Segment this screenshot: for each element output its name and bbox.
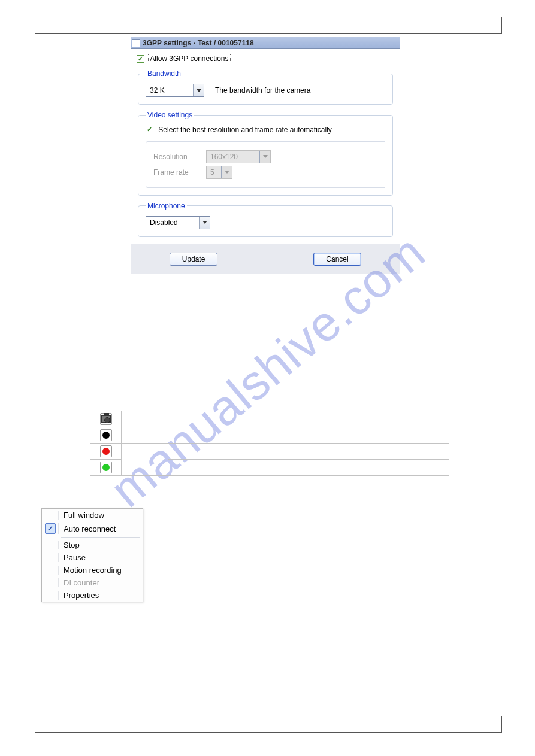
microphone-legend: Microphone bbox=[146, 202, 187, 210]
red-desc-cell bbox=[168, 444, 449, 460]
menu-item-full-window[interactable]: Full window bbox=[42, 509, 143, 521]
menu-item-pause[interactable]: Pause bbox=[42, 551, 143, 564]
menu-gutter: ✓ bbox=[42, 523, 59, 534]
microphone-fieldset: Microphone Disabled bbox=[138, 202, 393, 237]
camera-desc-cell bbox=[122, 411, 449, 427]
table-row bbox=[90, 411, 449, 427]
resolution-label: Resolution bbox=[153, 153, 195, 161]
table-row bbox=[90, 427, 449, 444]
mid-cell bbox=[122, 444, 168, 476]
bandwidth-fieldset: Bandwidth 32 K The bandwidth for the cam… bbox=[138, 69, 393, 105]
allow-3gpp-row[interactable]: Allow 3GPP connections bbox=[137, 54, 394, 63]
menu-item-stop[interactable]: Stop bbox=[42, 539, 143, 551]
menu-gutter bbox=[42, 511, 59, 520]
menu-item-di-counter: DI counter bbox=[42, 576, 143, 589]
allow-3gpp-label: Allow 3GPP connections bbox=[148, 54, 230, 63]
app-icon bbox=[132, 39, 140, 47]
green-desc-cell bbox=[168, 460, 449, 476]
video-settings-legend: Video settings bbox=[146, 111, 194, 119]
menu-separator bbox=[61, 537, 140, 538]
auto-resolution-label: Select the best resolution and frame rat… bbox=[157, 126, 333, 134]
page-footer-box bbox=[35, 716, 502, 733]
chevron-down-icon[interactable] bbox=[199, 217, 210, 229]
menu-label: DI counter bbox=[64, 578, 99, 587]
green-dot-cell bbox=[90, 460, 122, 476]
bandwidth-desc: The bandwidth for the camera bbox=[215, 86, 310, 95]
video-settings-fieldset: Video settings Select the best resolutio… bbox=[138, 111, 393, 196]
resolution-select: 160x120 bbox=[206, 150, 271, 163]
3gpp-settings-dialog: 3GPP settings - Test / 001057118 Allow 3… bbox=[131, 37, 400, 274]
black-dot-cell bbox=[90, 427, 122, 444]
red-dot-cell bbox=[90, 444, 122, 460]
chevron-down-icon bbox=[221, 166, 232, 178]
camera-icon-cell bbox=[90, 411, 122, 427]
menu-item-auto-reconnect[interactable]: ✓ Auto reconnect bbox=[42, 521, 143, 536]
record-red-icon bbox=[100, 445, 112, 457]
bandwidth-legend: Bandwidth bbox=[146, 69, 183, 78]
chevron-down-icon[interactable] bbox=[193, 84, 204, 96]
menu-label: Stop bbox=[64, 541, 80, 549]
menu-gutter bbox=[42, 566, 59, 575]
framerate-label: Frame rate bbox=[153, 168, 195, 177]
menu-label: Properties bbox=[64, 591, 99, 600]
context-menu[interactable]: Full window ✓ Auto reconnect Stop Pause … bbox=[41, 508, 143, 602]
bandwidth-select[interactable]: 32 K bbox=[146, 84, 204, 97]
black-desc-cell bbox=[122, 427, 449, 444]
menu-gutter bbox=[42, 578, 59, 587]
menu-label: Pause bbox=[64, 553, 86, 562]
menu-item-motion-recording[interactable]: Motion recording bbox=[42, 564, 143, 576]
menu-gutter bbox=[42, 541, 59, 549]
camera-icon bbox=[100, 413, 112, 425]
record-black-icon bbox=[100, 429, 112, 441]
dialog-button-bar: Update Cancel bbox=[131, 244, 400, 274]
video-subgroup: Resolution 160x120 Frame rate 5 bbox=[146, 141, 385, 188]
bandwidth-value: 32 K bbox=[146, 84, 193, 96]
menu-item-properties[interactable]: Properties bbox=[42, 589, 143, 602]
resolution-value: 160x120 bbox=[207, 151, 259, 163]
page-header-box bbox=[35, 17, 502, 34]
update-button[interactable]: Update bbox=[170, 253, 217, 266]
auto-resolution-checkbox[interactable] bbox=[146, 126, 153, 133]
microphone-select[interactable]: Disabled bbox=[146, 216, 210, 229]
check-icon: ✓ bbox=[45, 523, 56, 534]
status-icons-table bbox=[90, 411, 449, 476]
menu-label: Full window bbox=[64, 511, 104, 520]
allow-3gpp-checkbox[interactable] bbox=[137, 55, 144, 63]
menu-label: Auto reconnect bbox=[64, 524, 116, 533]
framerate-value: 5 bbox=[207, 166, 221, 178]
table-row bbox=[90, 444, 449, 460]
menu-label: Motion recording bbox=[64, 566, 122, 575]
window-title: 3GPP settings - Test / 001057118 bbox=[143, 39, 254, 47]
record-green-icon bbox=[100, 462, 112, 473]
auto-resolution-row[interactable]: Select the best resolution and frame rat… bbox=[146, 125, 385, 134]
microphone-value: Disabled bbox=[146, 217, 199, 229]
framerate-select: 5 bbox=[206, 166, 232, 179]
menu-gutter bbox=[42, 591, 59, 600]
menu-gutter bbox=[42, 553, 59, 562]
cancel-button[interactable]: Cancel bbox=[313, 253, 361, 266]
titlebar[interactable]: 3GPP settings - Test / 001057118 bbox=[131, 37, 400, 49]
chevron-down-icon bbox=[259, 151, 270, 163]
